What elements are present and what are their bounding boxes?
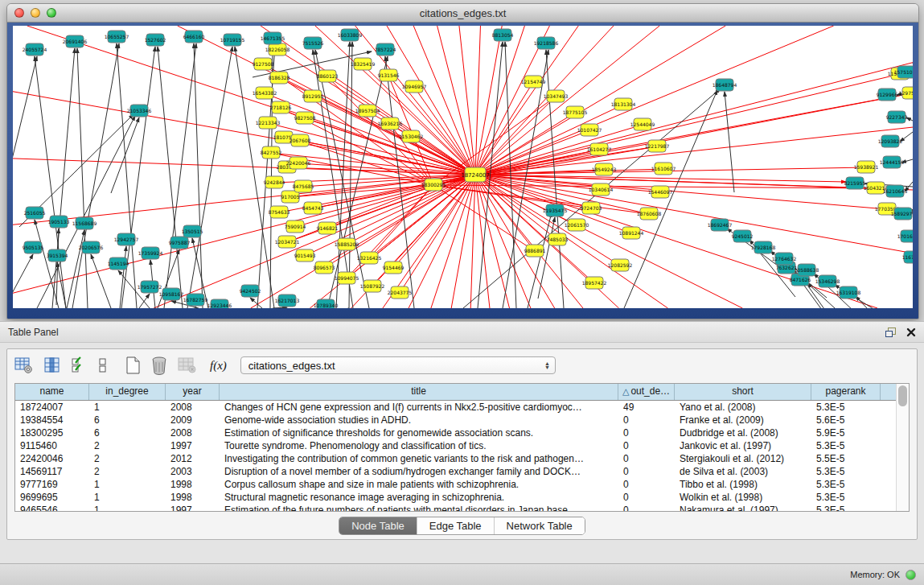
graph-node[interactable]: 11530462 bbox=[399, 130, 424, 142]
graph-node[interactable]: 12213343 bbox=[256, 117, 281, 129]
graph-node[interactable]: 9724703 bbox=[581, 202, 602, 214]
column-header-name[interactable]: name bbox=[15, 384, 89, 400]
graph-node[interactable]: 9242844 bbox=[264, 176, 285, 188]
graph-node[interactable]: 10347493 bbox=[544, 90, 569, 102]
graph-node[interactable]: 16319108 bbox=[836, 286, 861, 299]
graph-node[interactable]: 7590914 bbox=[285, 220, 306, 233]
select-columns-checklist-icon[interactable] bbox=[70, 356, 88, 375]
graph-hub-node[interactable]: 18724007 bbox=[461, 167, 490, 182]
table-row[interactable]: 911546021997Tourette syndrome. Phenomeno… bbox=[15, 439, 909, 452]
network-canvas[interactable]: 1872400718300295182260589127508818632816… bbox=[13, 26, 913, 308]
graph-node[interactable]: 9127508 bbox=[253, 58, 274, 70]
graph-node[interactable]: 13216425 bbox=[357, 252, 382, 264]
graph-node[interactable]: 9131546 bbox=[378, 69, 400, 81]
graph-node[interactable]: 15938921 bbox=[854, 161, 879, 173]
column-header-out_de[interactable]: △out_de… bbox=[618, 384, 675, 400]
graph-node[interactable]: 18957422 bbox=[582, 277, 607, 289]
graph-node[interactable]: 10789340 bbox=[314, 299, 339, 308]
graph-node[interactable]: 9129966 bbox=[877, 89, 898, 101]
graph-node[interactable]: 18300295 bbox=[421, 179, 446, 191]
graph-node[interactable]: 10994075 bbox=[335, 272, 359, 284]
graph-node[interactable]: 9154469 bbox=[383, 262, 405, 274]
graph-node[interactable]: 12923446 bbox=[207, 299, 232, 308]
column-header-in_degree[interactable]: in_degree bbox=[89, 384, 166, 400]
graph-node[interactable]: 15446097 bbox=[648, 186, 673, 198]
graph-node[interactable]: 12544049 bbox=[630, 118, 655, 130]
column-header-year[interactable]: year bbox=[166, 384, 220, 400]
graph-node[interactable]: 8096573 bbox=[314, 262, 335, 274]
graph-node[interactable]: 19218586 bbox=[534, 37, 559, 49]
delete-trash-icon[interactable] bbox=[150, 355, 169, 376]
scrollbar-thumb[interactable] bbox=[898, 385, 907, 406]
graph-node[interactable]: 12082592 bbox=[608, 259, 633, 271]
graph-node[interactable]: 16217013 bbox=[275, 295, 300, 307]
graph-node[interactable]: 7485033 bbox=[547, 233, 569, 245]
graph-node[interactable]: 16104277 bbox=[587, 143, 612, 155]
table-row[interactable]: 946554611997Estimation of the future num… bbox=[15, 504, 909, 512]
graph-node[interactable]: 12444159 bbox=[880, 156, 905, 168]
graph-node[interactable]: 15892971 bbox=[891, 208, 913, 220]
column-header-pagerank[interactable]: pagerank bbox=[811, 384, 881, 400]
tab-node-table[interactable]: Node Table bbox=[339, 517, 417, 534]
graph-node[interactable]: 20206576 bbox=[79, 241, 104, 253]
tab-network-table[interactable]: Network Table bbox=[494, 517, 585, 534]
float-panel-icon[interactable] bbox=[885, 327, 897, 338]
table-settings-icon[interactable] bbox=[14, 356, 35, 375]
graph-node[interactable]: 8215955 bbox=[844, 177, 866, 189]
show-column-icon[interactable] bbox=[43, 356, 62, 375]
graph-node[interactable]: 8427552 bbox=[261, 146, 282, 159]
window-titlebar[interactable]: citations_edges.txt bbox=[7, 4, 918, 23]
graph-node[interactable]: 18760608 bbox=[637, 208, 662, 220]
graph-node[interactable]: 21053346 bbox=[127, 105, 152, 117]
delete-table-disabled-icon[interactable] bbox=[177, 356, 198, 375]
graph-node[interactable]: 20691406 bbox=[63, 35, 88, 47]
graph-node[interactable]: 24055724 bbox=[23, 43, 47, 56]
graph-node[interactable]: 18131304 bbox=[611, 98, 636, 110]
graph-node[interactable]: 18692467 bbox=[708, 219, 733, 231]
graph-node[interactable]: 10946957 bbox=[402, 80, 427, 93]
graph-node[interactable]: 2516055 bbox=[24, 207, 46, 219]
graph-node[interactable]: 3915394 bbox=[47, 249, 68, 262]
graph-node[interactable]: 15346298 bbox=[815, 275, 840, 287]
graph-node[interactable]: 8754633 bbox=[269, 206, 290, 218]
table-row[interactable]: 2242004622012Investigating the contribut… bbox=[15, 452, 909, 465]
graph-node[interactable]: 11568689 bbox=[72, 217, 97, 229]
table-source-dropdown[interactable]: citations_edges.txt ▲▼ bbox=[240, 356, 556, 374]
graph-node[interactable]: 1527602 bbox=[145, 34, 166, 46]
graph-node[interactable]: 12061570 bbox=[565, 219, 589, 231]
graph-node[interactable]: 16543382 bbox=[253, 87, 277, 99]
tab-edge-table[interactable]: Edge Table bbox=[417, 517, 494, 534]
graph-node[interactable]: 18775105 bbox=[563, 106, 588, 118]
graph-node[interactable]: 9827508 bbox=[294, 112, 316, 124]
graph-node[interactable]: 12975404 bbox=[899, 87, 913, 99]
graph-node[interactable]: 1350515 bbox=[182, 225, 203, 237]
graph-node[interactable]: 8860123 bbox=[317, 70, 339, 82]
graph-node[interactable]: 17957272 bbox=[138, 281, 162, 293]
graph-node[interactable]: 10588638 bbox=[795, 264, 819, 276]
graph-node[interactable]: 7515526 bbox=[302, 37, 324, 49]
graph-node[interactable]: 9886891 bbox=[524, 245, 546, 257]
graph-node[interactable]: 15087922 bbox=[360, 280, 385, 292]
graph-node[interactable]: 16043211 bbox=[864, 182, 889, 194]
graph-node[interactable]: 12217987 bbox=[645, 140, 670, 152]
graph-node[interactable]: 18957504 bbox=[355, 105, 380, 117]
graph-node[interactable]: 6466160 bbox=[183, 31, 205, 43]
graph-node[interactable]: 2067608 bbox=[290, 134, 311, 146]
graph-node[interactable]: 9245012 bbox=[732, 230, 754, 242]
graph-node[interactable]: 16936216 bbox=[378, 117, 403, 130]
graph-node[interactable]: 12034721 bbox=[275, 236, 300, 248]
graph-node[interactable]: 10719155 bbox=[220, 34, 245, 46]
graph-node[interactable]: 16210643 bbox=[883, 185, 908, 197]
graph-node[interactable]: 15885209 bbox=[335, 238, 359, 250]
column-header-short[interactable]: short bbox=[675, 384, 811, 400]
graph-node[interactable]: 17016504 bbox=[897, 230, 913, 242]
graph-node[interactable]: 11935475 bbox=[543, 204, 568, 216]
graph-node[interactable]: 8475685 bbox=[293, 180, 314, 192]
graph-node[interactable]: 1167335 bbox=[902, 251, 913, 263]
table-row[interactable]: 1830029562008Estimation of significance … bbox=[15, 426, 909, 439]
graph-node[interactable]: 11610607 bbox=[651, 163, 676, 175]
graph-node[interactable]: 8813054 bbox=[492, 29, 514, 41]
graph-node[interactable]: 9015493 bbox=[294, 249, 316, 262]
table-row[interactable]: 977716911998Corpus callosum shape and si… bbox=[15, 478, 909, 491]
graph-node[interactable]: 17359924 bbox=[138, 247, 163, 259]
